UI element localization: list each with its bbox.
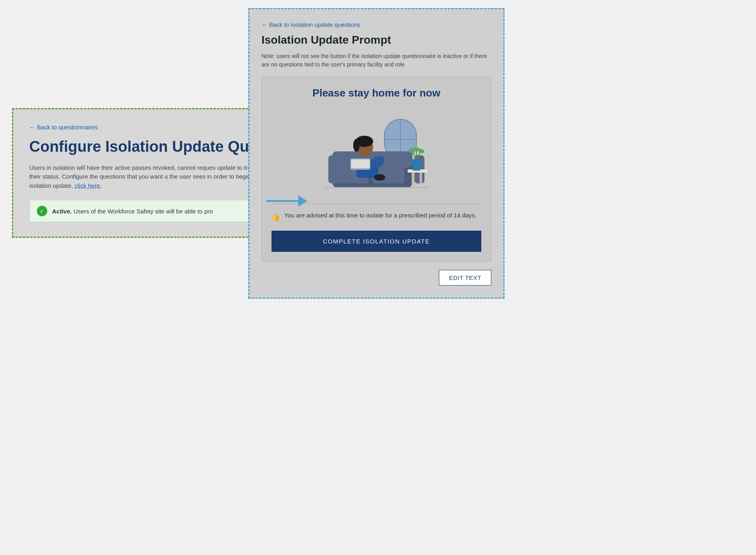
right-panel-title: Isolation Update Prompt bbox=[261, 34, 491, 46]
svg-rect-21 bbox=[412, 173, 414, 185]
edit-text-button[interactable]: EDIT TEXT bbox=[439, 270, 491, 286]
arrow-line bbox=[266, 200, 298, 202]
illustration-container bbox=[271, 107, 481, 195]
click-here-link[interactable]: click here. bbox=[74, 182, 102, 189]
svg-rect-19 bbox=[351, 159, 370, 168]
svg-point-13 bbox=[353, 139, 360, 152]
left-panel: ← Back to questionnaires Configure Isola… bbox=[12, 108, 284, 238]
complete-isolation-update-button[interactable]: COMPLETE ISOLATION UPDATE bbox=[271, 231, 481, 252]
arrow-connector bbox=[266, 195, 307, 207]
active-banner: ✓ Active. Users of the Workforce Safety … bbox=[29, 200, 267, 222]
active-check-icon: ✓ bbox=[37, 206, 47, 216]
back-to-isolation-update-link[interactable]: ← Back to isolation update questions bbox=[261, 21, 491, 28]
left-panel-description: Users in isolation will have their activ… bbox=[29, 163, 267, 191]
advice-text-container: 👍 You are advised at this time to isolat… bbox=[271, 211, 481, 223]
svg-point-17 bbox=[374, 174, 385, 181]
svg-rect-22 bbox=[420, 173, 422, 185]
back-to-questionnaires-link[interactable]: ← Back to questionnaires bbox=[29, 124, 267, 131]
note-text: Note: users will not see the button if t… bbox=[261, 52, 491, 69]
edit-text-container: EDIT TEXT bbox=[261, 270, 491, 286]
active-banner-text: Active. Users of the Workforce Safety si… bbox=[52, 208, 213, 215]
stay-home-illustration bbox=[320, 107, 432, 195]
left-panel-title: Configure Isolation Update Qu bbox=[29, 138, 267, 156]
svg-rect-23 bbox=[412, 159, 420, 171]
preview-heading: Please stay home for now bbox=[271, 87, 481, 99]
arrow-head bbox=[298, 195, 307, 207]
preview-card: Please stay home for now bbox=[261, 77, 491, 262]
advice-text: You are advised at this time to isolate … bbox=[284, 211, 477, 220]
right-panel: ← Back to isolation update questions Iso… bbox=[248, 8, 505, 299]
thumbs-up-icon: 👍 bbox=[271, 212, 280, 223]
